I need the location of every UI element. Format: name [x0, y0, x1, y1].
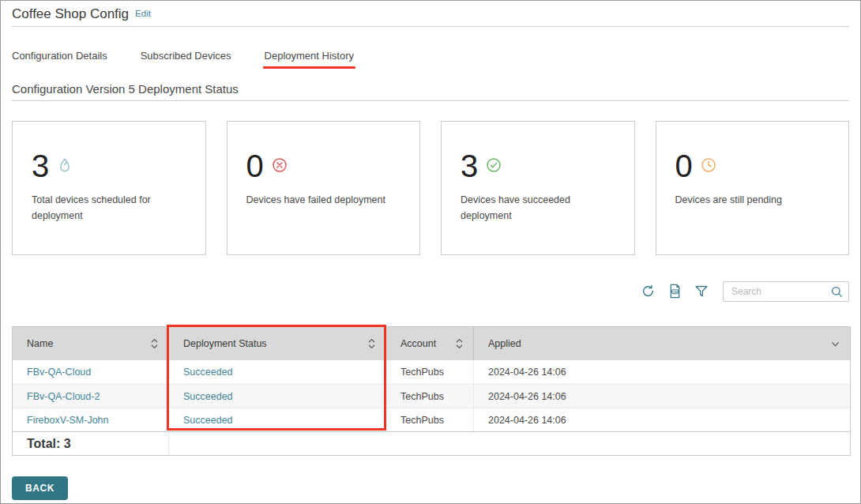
column-header-deployment-status[interactable]: Deployment Status	[169, 327, 386, 360]
csv-file-icon: CSV	[667, 284, 682, 299]
pending-clock-icon	[701, 157, 716, 173]
table-footer-row: Total: 3	[13, 431, 850, 455]
section-title: Configuration Version 5 Deployment Statu…	[12, 82, 239, 96]
deployment-history-page: Coffee Shop ConfigEdit Configuration Det…	[0, 0, 861, 504]
applied-cell: 2024-04-26 14:06	[488, 391, 566, 402]
applied-cell: 2024-04-26 14:06	[488, 367, 566, 378]
deployment-status-link[interactable]: Succeeded	[183, 391, 233, 402]
tab-bar: Configuration Details Subscribed Devices…	[12, 50, 354, 62]
column-label: Name	[27, 338, 53, 349]
stat-card-pending: 0 Devices are still pending	[656, 121, 850, 255]
filter-button[interactable]	[691, 281, 712, 302]
table-row[interactable]: FBv-QA-Cloud-2 Succeeded TechPubs 2024-0…	[13, 384, 850, 408]
pending-count: 0	[675, 150, 693, 182]
stat-cards: 3 Total devices scheduled for deployment…	[12, 121, 849, 255]
pending-label: Devices are still pending	[675, 192, 833, 208]
column-menu-chevron-down-icon[interactable]	[830, 339, 840, 349]
failed-count: 0	[246, 150, 264, 182]
scheduled-count: 3	[32, 150, 49, 182]
failed-circle-x-icon	[272, 157, 288, 173]
tab-configuration-details[interactable]: Configuration Details	[12, 50, 107, 62]
tab-label: Configuration Details	[12, 50, 107, 62]
tab-subscribed-devices[interactable]: Subscribed Devices	[141, 50, 231, 62]
page-title: Coffee Shop Config	[12, 6, 129, 22]
column-header-name[interactable]: Name	[13, 327, 169, 360]
deployment-status-link[interactable]: Succeeded	[183, 367, 233, 378]
sort-icon[interactable]	[455, 337, 464, 350]
table-footer-spacer	[169, 432, 850, 455]
tab-label: Deployment History	[265, 50, 354, 62]
filter-funnel-icon	[694, 284, 709, 299]
account-cell: TechPubs	[400, 415, 444, 426]
red-underline-annotation	[263, 66, 355, 69]
table-total: Total: 3	[13, 432, 169, 455]
column-header-account[interactable]: Account	[386, 327, 474, 360]
deployment-table: Name Deployment Status Account Applied	[12, 326, 851, 456]
title-bar: Coffee Shop ConfigEdit	[12, 1, 849, 27]
table-row[interactable]: FBv-QA-Cloud Succeeded TechPubs 2024-04-…	[13, 360, 850, 384]
refresh-button[interactable]	[637, 281, 658, 302]
export-csv-button[interactable]: CSV	[664, 281, 685, 302]
scheduled-label: Total devices scheduled for deployment	[32, 192, 190, 224]
deployment-status-link[interactable]: Succeeded	[183, 415, 233, 426]
applied-cell: 2024-04-26 14:06	[488, 415, 566, 426]
column-header-applied[interactable]: Applied	[474, 327, 850, 360]
search-input[interactable]	[723, 281, 849, 302]
search-field-wrap	[723, 281, 849, 302]
table-toolbar: CSV	[637, 280, 849, 302]
account-cell: TechPubs	[400, 391, 444, 402]
device-name-link[interactable]: FBv-QA-Cloud	[27, 367, 91, 378]
tab-deployment-history[interactable]: Deployment History	[265, 50, 354, 62]
stat-card-failed: 0 Devices have failed deployment	[227, 121, 421, 255]
failed-label: Devices have failed deployment	[246, 192, 404, 208]
table-row[interactable]: FireboxV-SM-John Succeeded TechPubs 2024…	[13, 408, 850, 431]
stat-card-succeeded: 3 Devices have succeeded deployment	[441, 121, 635, 255]
stat-card-scheduled: 3 Total devices scheduled for deployment	[12, 121, 206, 255]
account-cell: TechPubs	[400, 367, 444, 378]
device-name-link[interactable]: FireboxV-SM-John	[27, 415, 109, 426]
section-title-bar: Configuration Version 5 Deployment Statu…	[12, 82, 849, 101]
column-label: Account	[400, 338, 436, 349]
column-label: Deployment Status	[183, 338, 267, 349]
tab-label: Subscribed Devices	[141, 50, 231, 62]
svg-text:CSV: CSV	[671, 291, 678, 294]
deployment-drop-icon	[57, 157, 73, 173]
sort-icon[interactable]	[367, 337, 376, 350]
back-button[interactable]: BACK	[12, 476, 68, 500]
succeeded-count: 3	[461, 150, 478, 182]
table-header-row: Name Deployment Status Account Applied	[13, 327, 850, 360]
succeeded-label: Devices have succeeded deployment	[461, 192, 618, 224]
sort-icon[interactable]	[150, 337, 159, 350]
edit-link[interactable]: Edit	[135, 9, 151, 18]
refresh-icon	[641, 284, 656, 299]
succeeded-circle-check-icon	[486, 157, 502, 173]
device-name-link[interactable]: FBv-QA-Cloud-2	[27, 391, 100, 402]
column-label: Applied	[488, 338, 521, 349]
